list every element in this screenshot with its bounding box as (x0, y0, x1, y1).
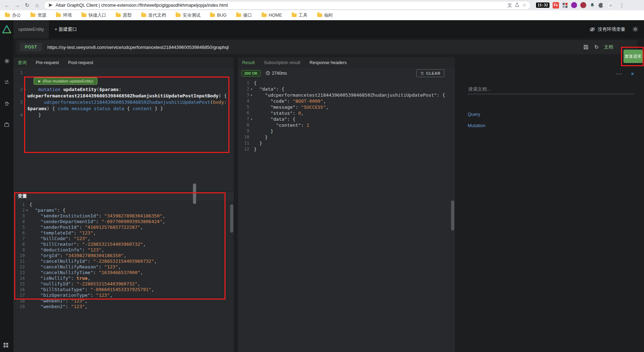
clear-button[interactable]: CLEAR (416, 69, 444, 77)
code-text: "billStatusType": "-8966015453337925791"… (29, 287, 154, 293)
browser-menu-button[interactable]: ⋮ (617, 2, 626, 8)
bookmark-label: 原型 (123, 12, 132, 18)
environment-indicator[interactable]: 没有环境变量 (589, 26, 625, 33)
fold-gutter (249, 98, 254, 104)
bookmark-label: 迭代文档 (148, 12, 166, 18)
address-text: Altair GraphQL Client | chrome-extension… (56, 3, 505, 8)
bookmark-item[interactable]: BUG (210, 13, 227, 18)
fold-gutter (25, 225, 29, 230)
address-bar[interactable]: Altair GraphQL Client | chrome-extension… (44, 1, 531, 10)
line-number: 4 (13, 112, 23, 118)
bookmark-star-icon[interactable]: ☆ (522, 2, 526, 8)
bookmark-label: 环境 (63, 12, 72, 18)
query-panel-scrollbar[interactable] (230, 204, 233, 233)
save-icon[interactable] (583, 44, 589, 50)
fold-gutter (25, 287, 29, 293)
panel-tab[interactable]: 查询 (18, 60, 27, 66)
result-panel-scrollbar[interactable] (451, 200, 454, 231)
refresh-icon[interactable]: ↻ (594, 44, 599, 50)
more-options-icon[interactable]: ⋯ (616, 70, 622, 78)
reload-button[interactable]: ↻ (23, 2, 32, 8)
extensions-puzzle-icon[interactable] (598, 2, 604, 8)
panel-tab[interactable]: Response headers (309, 60, 347, 65)
fold-gutter (249, 110, 254, 116)
bookmark-item[interactable]: 快捷入口 (81, 12, 106, 18)
line-number: 9 (13, 247, 25, 253)
code-text: "deductionInfo": "123", (29, 247, 104, 253)
fe-extension-icon[interactable]: Fe (553, 2, 559, 8)
duration-indicator: 2740ms (266, 71, 287, 76)
profile-avatar[interactable]: ☺ (607, 1, 614, 9)
translate-icon[interactable]: 文 (507, 2, 512, 8)
fold-gutter (249, 128, 254, 134)
window-tab-updateentity[interactable]: updateEntity (13, 20, 49, 38)
url-input[interactable]: https://sy-test.seeyonv8.com/service/udc… (47, 45, 578, 50)
bookmark-item[interactable]: 环境 (56, 12, 72, 18)
purple-extension-icon[interactable] (571, 2, 577, 8)
code-line: 1 (13, 69, 234, 76)
share-icon[interactable] (515, 2, 519, 8)
code-text: } (254, 140, 262, 146)
bookmark-item[interactable]: 资源 (30, 12, 46, 18)
fold-arrow-icon[interactable]: ▾ (23, 86, 27, 93)
run-mutation-button[interactable]: ► (Run mutation updateEntity) (34, 78, 97, 85)
variables-editor[interactable]: 1{2▾ "params": {3 "senderInstitutionId":… (13, 200, 234, 352)
bookmark-item[interactable]: 工具 (292, 12, 308, 18)
fold-arrow-icon[interactable]: ▾ (25, 208, 29, 213)
bookmark-item[interactable]: 接口 (236, 12, 252, 18)
fold-arrow-icon[interactable]: ▾ (249, 92, 254, 98)
fold-gutter (249, 80, 254, 86)
bookmark-item[interactable]: 临时 (317, 12, 333, 18)
bookmark-item[interactable]: 原型 (116, 12, 132, 18)
swap-arrows-icon[interactable] (4, 79, 10, 85)
app-header: updateEntity + 新建窗口 没有环境变量 (0, 20, 644, 38)
code-text: "data": { (254, 116, 295, 122)
code-line: 1{ (238, 80, 455, 86)
bookmark-item[interactable]: 迭代文档 (141, 12, 166, 18)
clock-extension-badge[interactable]: 15:32 (536, 2, 549, 8)
grid-dots-icon[interactable] (3, 342, 8, 349)
send-request-button[interactable]: 发送请求 (623, 50, 643, 63)
new-window-button[interactable]: + 新建窗口 (55, 26, 77, 33)
panel-tab[interactable]: Pre-request (36, 60, 59, 65)
maroon-extension-icon[interactable] (580, 2, 586, 8)
settings-gear-icon[interactable] (632, 26, 638, 32)
code-text: "orgId": "3439827898304186350", (29, 253, 126, 259)
code-line: 8 "billCreator": "-2286532154403960732", (13, 242, 234, 247)
fold-gutter (249, 104, 254, 110)
panel-tab[interactable]: Result (242, 60, 255, 65)
home-button[interactable]: ⌂ (33, 2, 41, 8)
fold-arrow-icon[interactable]: ▾ (249, 116, 254, 122)
variables-header[interactable]: 变量 (13, 191, 234, 200)
query-editor[interactable]: 1► (Run mutation updateEntity)2▾ mutatio… (13, 68, 234, 191)
bookmark-label: 办公 (12, 12, 21, 18)
browser-toolbar: ← → ↻ ⌂ Altair GraphQL Client | chrome-e… (0, 0, 644, 10)
query-editor-scrollbar[interactable] (193, 183, 196, 204)
grid-extension-icon[interactable] (562, 2, 568, 8)
line-number (13, 93, 23, 99)
method-button[interactable]: POST (20, 43, 42, 51)
bookmark-item[interactable]: HOME (262, 13, 282, 18)
docs-type-link[interactable]: Mutation (468, 123, 485, 128)
docs-type-link[interactable]: Query (468, 112, 485, 117)
fold-arrow-icon[interactable]: ▾ (249, 86, 254, 92)
bookmark-item[interactable]: 安全测试 (176, 12, 200, 18)
panel-tab[interactable]: Post-request (68, 60, 93, 65)
docs-toggle-button[interactable]: 文档 (604, 44, 613, 50)
teapot-icon[interactable] (4, 100, 10, 107)
bookmark-item[interactable]: 办公 (5, 12, 21, 18)
docs-search-input[interactable] (468, 84, 634, 94)
close-docs-icon[interactable]: × (631, 71, 634, 77)
back-button[interactable]: ← (3, 2, 12, 8)
code-line: 10 "orgId": "3439827898304186350", (13, 253, 234, 259)
sparkle-icon[interactable] (4, 58, 10, 64)
code-line: 2▾ "params": { (13, 208, 234, 213)
forward-button[interactable]: → (13, 2, 22, 8)
code-text: $params) { code message status data { co… (27, 106, 163, 112)
bell-extension-icon[interactable] (589, 2, 595, 8)
bookmark-label: BUG (217, 13, 227, 18)
result-viewer[interactable]: 1{2▾ "data": {3▾ "udcperformancetest2184… (238, 79, 455, 352)
panel-tab[interactable]: Subscription result (264, 60, 300, 65)
briefcase-icon[interactable] (4, 121, 10, 128)
extensions-area: 15:32 Fe ☺ ⋮ (536, 1, 626, 9)
